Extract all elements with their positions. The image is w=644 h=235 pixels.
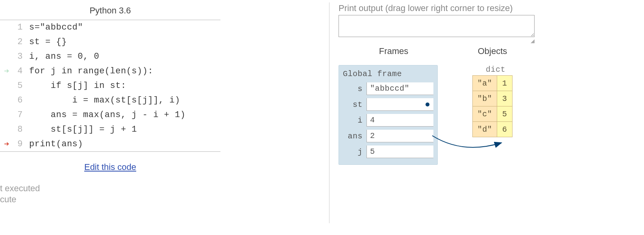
- code-text: ans = max(ans, j - i + 1): [25, 110, 185, 120]
- frames-column: Frames Global frame s"abbccd"sti4ans2j5: [339, 46, 449, 165]
- line-number: 6: [13, 95, 25, 105]
- status-text-1: t executed: [0, 183, 220, 194]
- frame-variable-name: i: [343, 116, 366, 125]
- line-number: 3: [13, 52, 25, 62]
- frame-variable-name: s: [343, 84, 366, 93]
- code-line: 6 i = max(st[s[j]], i): [0, 93, 220, 108]
- code-text: print(ans): [25, 139, 83, 149]
- code-line: 3i, ans = 0, 0: [0, 49, 220, 64]
- frame-variable-row: st: [343, 97, 433, 112]
- global-frame-label: Global frame: [343, 69, 433, 81]
- object-type-label: dict: [472, 65, 513, 74]
- frame-variable-row: i4: [343, 112, 433, 128]
- print-output-label: Print output (drag lower right corner to…: [339, 0, 638, 15]
- dict-object: "a"1"b"3"c"5"d"6: [472, 75, 513, 137]
- objects-column: Objects dict "a"1"b"3"c"5"d"6: [472, 46, 513, 165]
- code-text: for j in range(len(s)):: [25, 66, 153, 76]
- prev-line-arrow-icon: ➔: [0, 66, 13, 76]
- code-text: st = {}: [25, 37, 67, 47]
- code-text: if s[j] in st:: [25, 81, 126, 91]
- frame-variable-value: [366, 98, 433, 111]
- line-number: 4: [13, 66, 25, 76]
- global-frame: Global frame s"abbccd"sti4ans2j5: [339, 65, 438, 165]
- viz-panel: Print output (drag lower right corner to…: [339, 0, 638, 165]
- code-line: 1s="abbccd": [0, 20, 220, 35]
- line-number: 8: [13, 125, 25, 134]
- line-number: 9: [13, 139, 25, 149]
- status-text-2: cute: [0, 194, 220, 205]
- dict-entry-row: "a"1: [472, 75, 513, 91]
- code-text: i = max(st[s[j]], i): [25, 95, 180, 105]
- dict-entry-row: "c"5: [472, 106, 513, 122]
- print-output-box[interactable]: [339, 15, 535, 37]
- code-text: st[s[j]] = j + 1: [25, 125, 137, 134]
- code-title: Python 3.6: [0, 0, 220, 18]
- dict-key: "a": [473, 76, 497, 91]
- frame-variable-value: "abbccd": [366, 82, 433, 95]
- dict-value: 5: [497, 106, 512, 121]
- code-line: 7 ans = max(ans, j - i + 1): [0, 108, 220, 122]
- frame-variable-name: ans: [343, 132, 366, 141]
- line-number: 5: [13, 81, 25, 91]
- line-number: 1: [13, 22, 25, 32]
- line-number: 7: [13, 110, 25, 120]
- resize-grip-icon[interactable]: ◢: [339, 38, 535, 44]
- dict-key: "d": [473, 122, 497, 137]
- code-line: 8 st[s[j]] = j + 1: [0, 122, 220, 137]
- frame-variable-value: 4: [366, 114, 433, 127]
- code-line: 2st = {}: [0, 35, 220, 49]
- edit-code-link[interactable]: Edit this code: [0, 162, 220, 172]
- code-line: 5 if s[j] in st:: [0, 78, 220, 93]
- frames-header: Frames: [339, 46, 449, 56]
- frame-variable-value: 5: [366, 145, 433, 158]
- frame-variable-row: s"abbccd": [343, 81, 433, 97]
- dict-value: 3: [497, 91, 512, 106]
- frame-variable-value: 2: [366, 130, 433, 142]
- code-text: s="abbccd": [25, 22, 83, 32]
- next-line-arrow-icon: ➔: [0, 139, 13, 149]
- objects-header: Objects: [472, 46, 513, 56]
- frame-variable-row: j5: [343, 144, 433, 160]
- code-line: ➔4for j in range(len(s)):: [0, 64, 220, 78]
- dict-key: "c": [473, 106, 497, 121]
- pointer-origin-icon: [426, 103, 429, 106]
- dict-entry-row: "b"3: [472, 91, 513, 106]
- code-listing: 1s="abbccd"2st = {}3i, ans = 0, 0➔4for j…: [0, 20, 220, 152]
- code-line: ➔9print(ans): [0, 137, 220, 151]
- dict-entry-row: "d"6: [472, 121, 513, 137]
- dict-value: 6: [497, 122, 512, 137]
- panel-divider: [329, 2, 329, 223]
- dict-value: 1: [497, 76, 512, 91]
- code-text: i, ans = 0, 0: [25, 52, 99, 62]
- frame-variable-name: st: [343, 100, 366, 109]
- frame-variable-name: j: [343, 147, 366, 157]
- line-number: 2: [13, 37, 25, 47]
- frame-variable-row: ans2: [343, 128, 433, 144]
- code-panel: Python 3.6 1s="abbccd"2st = {}3i, ans = …: [0, 0, 220, 205]
- dict-key: "b": [473, 91, 497, 106]
